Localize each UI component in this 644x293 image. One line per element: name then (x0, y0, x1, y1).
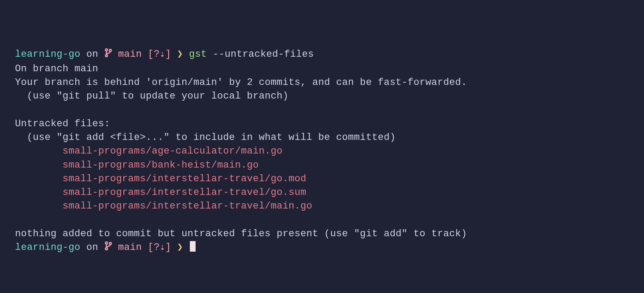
output-line: Untracked files: (15, 118, 110, 129)
prompt-branch: main (112, 242, 142, 253)
prompt-status: [? (142, 242, 160, 253)
untracked-file: small-programs/interstellar-travel/go.su… (15, 187, 307, 198)
prompt-line-1: learning-go on main [?⇣] ❯ gst --untrack… (15, 49, 314, 60)
behind-arrow-icon: ⇣ (160, 49, 165, 59)
prompt-branch: main (112, 49, 142, 60)
output-line: (use "git add <file>..." to include in w… (15, 132, 396, 143)
prompt-dir: learning-go (15, 49, 81, 60)
prompt-status-close: ] (165, 242, 171, 253)
prompt-chevron: ❯ (171, 242, 189, 253)
prompt-chevron: ❯ (171, 49, 189, 60)
terminal-cursor (190, 241, 196, 252)
prompt-on: on (81, 49, 104, 60)
output-line: Your branch is behind 'origin/main' by 2… (15, 77, 467, 88)
prompt-status: [? (142, 49, 160, 60)
output-line: nothing added to commit but untracked fi… (15, 228, 467, 239)
untracked-file: small-programs/age-calculator/main.go (15, 146, 283, 157)
command-name: gst (189, 49, 207, 60)
prompt-line-2: learning-go on main [?⇣] ❯ (15, 242, 196, 253)
git-branch-icon (104, 48, 112, 62)
untracked-file: small-programs/interstellar-travel/go.mo… (15, 173, 307, 184)
untracked-file: small-programs/bank-heist/main.go (15, 160, 259, 171)
output-line: On branch main (15, 63, 98, 74)
terminal-area[interactable]: learning-go on main [?⇣] ❯ gst --untrack… (15, 48, 637, 256)
untracked-file: small-programs/interstellar-travel/main.… (15, 201, 312, 212)
command-args: --untracked-files (207, 49, 314, 60)
prompt-status-close: ] (165, 49, 171, 60)
output-line: (use "git pull" to update your local bra… (15, 91, 289, 102)
prompt-dir: learning-go (15, 242, 81, 253)
behind-arrow-icon: ⇣ (160, 242, 165, 253)
git-branch-icon (104, 241, 112, 255)
prompt-on: on (81, 242, 104, 253)
